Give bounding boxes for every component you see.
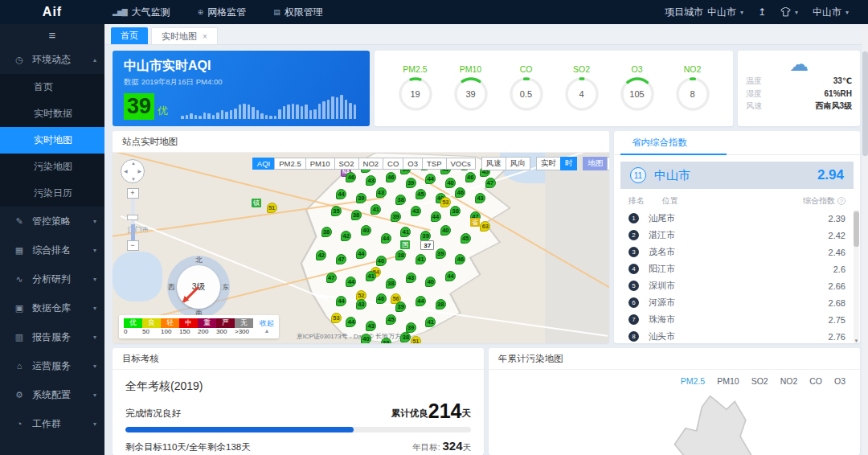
station-marker[interactable]: 39 [436, 248, 446, 259]
station-marker[interactable]: 46 [386, 172, 396, 182]
pollution-tab-O3[interactable]: O3 [834, 376, 845, 386]
station-type-badge-国[interactable]: 国 [400, 240, 410, 249]
tab-province-index[interactable]: 省内综合指数 [632, 137, 687, 149]
map-time-button-时[interactable]: 时 [560, 157, 578, 170]
map-layer-button-卫星[interactable]: 卫星 [607, 157, 609, 170]
tab-realtime-map[interactable]: 实时地图 × [151, 27, 218, 44]
station-marker[interactable]: 45 [416, 189, 426, 199]
scroll-down-icon[interactable]: ▼ [854, 338, 859, 343]
sidebar-subitem-实时地图[interactable]: 实时地图 [0, 127, 104, 154]
station-map[interactable]: 江门市 AQIPM2.5PM10SO2NO2COO3TSPVOCs风速风向实时时… [113, 153, 609, 343]
ranking-row[interactable]: 6河源市2.68 [614, 294, 852, 311]
theme-dropdown[interactable]: ▾ [780, 7, 798, 17]
sidebar-item-报告服务[interactable]: ▥报告服务▾ [0, 322, 104, 351]
station-marker[interactable]: 45 [461, 233, 471, 244]
sidebar-subitem-污染日历[interactable]: 污染日历 [0, 180, 104, 207]
current-city-row[interactable]: 11 中山市 2.94 [620, 162, 854, 189]
pollution-tab-CO[interactable]: CO [809, 376, 822, 386]
station-marker[interactable]: 46 [455, 254, 465, 264]
station-marker[interactable]: 43 [366, 321, 376, 331]
page-scrollbar[interactable] [862, 24, 868, 455]
legend-collapse-button[interactable]: 收起 ▲ [260, 318, 274, 335]
ranking-row[interactable]: 2湛江市2.42 [614, 227, 852, 244]
station-marker[interactable]: 46 [465, 172, 476, 182]
ranking-row[interactable]: 5深圳市2.66 [614, 277, 852, 294]
project-city-dropdown[interactable]: 项目城市 中山市 ▾ [665, 6, 743, 19]
station-marker[interactable]: 44 [381, 233, 391, 244]
station-marker[interactable]: 41 [416, 254, 426, 264]
station-marker[interactable]: 43 [475, 193, 485, 203]
map-pan-compass[interactable]: ▲ ▼ ◀ ▶ [121, 159, 145, 183]
sidebar-item-管控策略[interactable]: ✎管控策略▾ [0, 207, 104, 236]
station-marker[interactable]: 53 [331, 313, 342, 323]
station-marker[interactable]: 44 [356, 248, 366, 259]
sidebar-item-工作群[interactable]: ◔工作群▾ [0, 409, 104, 438]
station-marker[interactable]: 39 [406, 322, 416, 333]
sidebar-item-系统配置[interactable]: ⚙系统配置▾ [0, 380, 104, 409]
station-type-badge-镇[interactable]: 镇 [252, 199, 261, 207]
zoom-slider[interactable] [131, 199, 135, 240]
list-scrollbar-thumb[interactable] [854, 211, 859, 247]
station-marker[interactable]: 46 [376, 293, 387, 304]
station-marker[interactable]: 39 [356, 193, 366, 203]
map-pollutant-button-AQI[interactable]: AQI [252, 158, 275, 170]
station-marker[interactable]: 44 [416, 296, 426, 306]
station-marker[interactable]: 43 [376, 187, 387, 198]
map-wind-button-风速[interactable]: 风速 [481, 157, 506, 170]
ranking-row[interactable]: 4阳江市2.6 [614, 260, 852, 277]
map-pollutant-button-O3[interactable]: O3 [403, 158, 423, 170]
sidebar-subitem-实时数据[interactable]: 实时数据 [0, 100, 104, 127]
ranking-row[interactable]: 1汕尾市2.39 [614, 210, 852, 227]
sidebar-item-数据仓库[interactable]: ▣数据仓库▾ [0, 293, 104, 322]
pan-down-icon[interactable]: ▼ [131, 177, 136, 182]
sidebar-item-运营服务[interactable]: ⌂运营服务▾ [0, 351, 104, 380]
station-marker[interactable]: 38 [321, 227, 332, 237]
map-pollutant-button-PM2.5[interactable]: PM2.5 [274, 158, 305, 170]
station-marker[interactable]: 44 [445, 271, 456, 281]
ranking-row[interactable]: 8汕头市2.76 [614, 328, 852, 343]
zoom-in-button[interactable]: + [127, 188, 139, 199]
city-dropdown[interactable]: 中山市 ▾ [813, 6, 849, 19]
sidebar-collapse-icon[interactable]: ≡ [0, 24, 104, 45]
station-marker[interactable]: 38 [351, 210, 362, 220]
help-icon[interactable]: ? [837, 197, 845, 205]
station-marker[interactable]: 51 [267, 203, 277, 213]
station-marker[interactable]: 44 [336, 296, 346, 306]
map-pollutant-button-CO[interactable]: CO [383, 158, 403, 170]
station-marker[interactable]: 39 [406, 178, 416, 188]
pan-left-icon[interactable]: ◀ [124, 168, 128, 174]
pan-right-icon[interactable]: ▶ [137, 168, 141, 174]
sidebar-item-分析研判[interactable]: ∿分析研判▾ [0, 264, 104, 293]
station-marker[interactable]: 37 [420, 240, 434, 250]
station-marker[interactable]: 44 [431, 211, 441, 222]
sidebar-item-综合排名[interactable]: ▦综合排名▾ [0, 236, 104, 264]
station-marker[interactable]: 40 [445, 178, 456, 188]
sidebar-item-环境动态[interactable]: ◷环境动态▴ [0, 45, 104, 74]
map-layer-button-地图[interactable]: 地图 [583, 157, 608, 170]
top-nav-item-权限管理[interactable]: ▤权限管理 [273, 6, 323, 19]
zoom-slider-handle[interactable] [127, 215, 138, 220]
station-marker[interactable]: 46 [455, 187, 465, 198]
station-marker[interactable]: 51 [411, 336, 421, 343]
map-pollutant-button-SO2[interactable]: SO2 [334, 158, 359, 170]
pollution-tab-NO2[interactable]: NO2 [780, 376, 798, 386]
map-pollutant-button-PM10[interactable]: PM10 [305, 158, 335, 170]
share-icon[interactable]: ↥ [758, 6, 766, 18]
pollution-tab-PM2.5[interactable]: PM2.5 [681, 376, 705, 386]
sidebar-subitem-首页[interactable]: 首页 [0, 74, 104, 100]
station-marker[interactable]: 40 [440, 225, 451, 236]
tab-home[interactable]: 首页 [111, 27, 148, 44]
map-wind-button-风向[interactable]: 风向 [506, 157, 530, 170]
map-pollutant-button-TSP[interactable]: TSP [422, 158, 446, 170]
pan-up-icon[interactable]: ▲ [131, 161, 136, 166]
map-pollutant-button-VOCs[interactable]: VOCs [446, 158, 476, 170]
station-marker[interactable]: 47 [485, 178, 496, 188]
pollution-tab-SO2[interactable]: SO2 [751, 376, 768, 386]
sidebar-subitem-污染地图[interactable]: 污染地图 [0, 154, 104, 180]
ranking-row[interactable]: 7珠海市2.75 [614, 311, 852, 328]
zoom-out-button[interactable]: − [127, 240, 139, 251]
map-pollutant-button-NO2[interactable]: NO2 [358, 158, 384, 170]
ranking-row[interactable]: 3茂名市2.46 [614, 244, 852, 260]
station-marker[interactable]: 43 [406, 273, 416, 283]
station-type-badge-省[interactable]: 省 [470, 218, 480, 227]
